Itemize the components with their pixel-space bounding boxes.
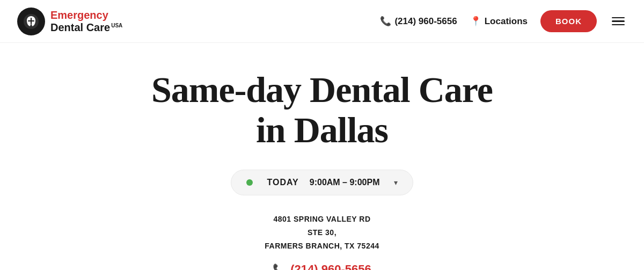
open-status-dot bbox=[246, 179, 253, 186]
hero-title-line1: Same-day Dental Care bbox=[151, 69, 493, 110]
address-line1: 4801 SPRING VALLEY RD bbox=[265, 213, 379, 226]
main-phone-link[interactable]: 📞 (214) 960-5656 bbox=[273, 262, 371, 270]
hours-text: TODAY 9:00AM – 9:00PM bbox=[260, 178, 386, 187]
phone-icon-main: 📞 bbox=[273, 263, 286, 270]
book-button[interactable]: BOOK bbox=[540, 10, 597, 32]
hero-title-line2: in Dallas bbox=[256, 110, 388, 150]
nav-locations-link[interactable]: 📍 Locations bbox=[470, 16, 528, 27]
logo-icon bbox=[17, 8, 45, 35]
address-line3: FARMERS BRANCH, TX 75244 bbox=[265, 239, 379, 253]
menu-bar-2 bbox=[612, 20, 625, 22]
header: Emergency Dental CareUSA 📞 (214) 960-565… bbox=[0, 0, 644, 43]
today-label: TODAY bbox=[267, 178, 299, 187]
nav-locations-label: Locations bbox=[485, 16, 528, 27]
address-line2: STE 30, bbox=[265, 226, 379, 239]
location-pin-icon: 📍 bbox=[470, 16, 481, 27]
menu-bar-3 bbox=[612, 24, 625, 26]
brand-line2: Dental Care bbox=[50, 21, 110, 33]
logo-area[interactable]: Emergency Dental CareUSA bbox=[17, 8, 122, 35]
brand-suffix: USA bbox=[111, 23, 122, 28]
hamburger-menu-button[interactable] bbox=[610, 15, 627, 28]
hours-range: 9:00AM – 9:00PM bbox=[310, 178, 380, 187]
nav-phone-number: (214) 960-5656 bbox=[394, 16, 457, 27]
main-content: Same-day Dental Care in Dallas TODAY 9:0… bbox=[0, 43, 644, 270]
hero-title: Same-day Dental Care in Dallas bbox=[151, 70, 493, 150]
chevron-down-icon: ▾ bbox=[394, 178, 398, 187]
address-block: 4801 SPRING VALLEY RD STE 30, FARMERS BR… bbox=[265, 213, 379, 253]
logo-text: Emergency Dental CareUSA bbox=[50, 9, 122, 34]
brand-line1: Emergency bbox=[50, 9, 108, 21]
menu-bar-1 bbox=[612, 17, 625, 19]
header-nav: 📞 (214) 960-5656 📍 Locations BOOK bbox=[380, 10, 627, 32]
hours-pill[interactable]: TODAY 9:00AM – 9:00PM ▾ bbox=[231, 170, 413, 195]
phone-icon: 📞 bbox=[380, 16, 391, 27]
nav-phone-link[interactable]: 📞 (214) 960-5656 bbox=[380, 16, 457, 27]
main-phone-number: (214) 960-5656 bbox=[290, 262, 371, 270]
